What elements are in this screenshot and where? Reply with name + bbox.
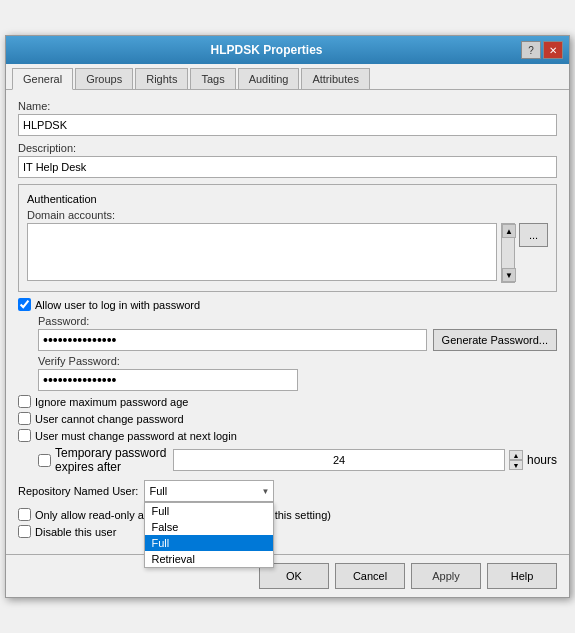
name-input[interactable]	[18, 114, 557, 136]
spinner-buttons: ▲ ▼	[509, 450, 523, 470]
apply-button[interactable]: Apply	[411, 563, 481, 589]
title-bar: HLPDSK Properties ? ✕	[6, 36, 569, 64]
spin-down-button[interactable]: ▼	[509, 460, 523, 470]
cancel-button[interactable]: Cancel	[335, 563, 405, 589]
temp-expires-input[interactable]	[173, 449, 505, 471]
tab-tags[interactable]: Tags	[190, 68, 235, 89]
named-user-dropdown-list: Full False Full Retrieval	[144, 502, 274, 568]
help-footer-button[interactable]: Help	[487, 563, 557, 589]
named-user-label: Repository Named User:	[18, 485, 138, 497]
ignore-max-age-row: Ignore maximum password age	[18, 395, 557, 408]
must-change-checkbox[interactable]	[18, 429, 31, 442]
verify-label: Verify Password:	[38, 355, 557, 367]
named-user-row: Repository Named User: Full ▼ Full False…	[18, 480, 557, 502]
scroll-up-arrow[interactable]: ▲	[502, 224, 516, 238]
ignore-max-age-checkbox[interactable]	[18, 395, 31, 408]
help-button[interactable]: ?	[521, 41, 541, 59]
ignore-max-age-label: Ignore maximum password age	[35, 396, 188, 408]
read-only-checkbox[interactable]	[18, 508, 31, 521]
read-only-row: Only allow read-only access (Manager byp…	[18, 508, 557, 521]
temp-expires-unit: hours	[527, 453, 557, 467]
dropdown-option-full-1[interactable]: Full	[145, 503, 273, 519]
named-user-dropdown[interactable]: Full ▼	[144, 480, 274, 502]
tab-general[interactable]: General	[12, 68, 73, 90]
temp-expires-label: Temporary password expires after	[55, 446, 169, 474]
named-user-dropdown-container: Full ▼ Full False Full Retrieval	[144, 480, 274, 502]
allow-password-checkbox[interactable]	[18, 298, 31, 311]
password-row: Generate Password...	[38, 329, 557, 351]
dropdown-option-full-2[interactable]: Full	[145, 535, 273, 551]
description-label: Description:	[18, 142, 557, 154]
verify-row: Verify Password:	[38, 355, 557, 391]
tab-rights[interactable]: Rights	[135, 68, 188, 89]
tab-groups[interactable]: Groups	[75, 68, 133, 89]
cannot-change-checkbox[interactable]	[18, 412, 31, 425]
generate-password-button[interactable]: Generate Password...	[433, 329, 557, 351]
description-input[interactable]	[18, 156, 557, 178]
must-change-label: User must change password at next login	[35, 430, 237, 442]
auth-title: Authentication	[27, 193, 548, 205]
must-change-row: User must change password at next login	[18, 429, 557, 442]
close-button[interactable]: ✕	[543, 41, 563, 59]
domain-accounts-area: ▲ ▼ ...	[27, 223, 548, 283]
name-group: Name:	[18, 100, 557, 136]
tab-content: Name: Description: Authentication Domain…	[6, 90, 569, 554]
tab-attributes[interactable]: Attributes	[301, 68, 369, 89]
password-section: Password: Generate Password... Verify Pa…	[38, 315, 557, 391]
password-label: Password:	[38, 315, 557, 327]
allow-password-label: Allow user to log in with password	[35, 299, 200, 311]
domain-accounts-textarea[interactable]	[27, 223, 497, 281]
temp-expires-row: Temporary password expires after ▲ ▼ hou…	[38, 446, 557, 474]
named-user-selected: Full	[149, 485, 167, 497]
window-title: HLPDSK Properties	[12, 43, 521, 57]
tab-auditing[interactable]: Auditing	[238, 68, 300, 89]
verify-input[interactable]	[38, 369, 298, 391]
authentication-section: Authentication Domain accounts: ▲ ▼ ...	[18, 184, 557, 292]
browse-button[interactable]: ...	[519, 223, 548, 247]
disable-user-label: Disable this user	[35, 526, 116, 538]
dropdown-arrow-icon: ▼	[262, 487, 270, 496]
disable-row: Disable this user	[18, 525, 557, 538]
tab-bar: General Groups Rights Tags Auditing Attr…	[6, 64, 569, 90]
scroll-down-arrow[interactable]: ▼	[502, 268, 516, 282]
dropdown-option-retrieval[interactable]: Retrieval	[145, 551, 273, 567]
footer: OK Cancel Apply Help	[6, 554, 569, 597]
password-input[interactable]	[38, 329, 427, 351]
spin-up-button[interactable]: ▲	[509, 450, 523, 460]
cannot-change-row: User cannot change password	[18, 412, 557, 425]
title-bar-buttons: ? ✕	[521, 41, 563, 59]
domain-accounts-label: Domain accounts:	[27, 209, 548, 221]
disable-user-checkbox[interactable]	[18, 525, 31, 538]
dropdown-option-false[interactable]: False	[145, 519, 273, 535]
temp-expires-checkbox[interactable]	[38, 454, 51, 467]
allow-password-row: Allow user to log in with password	[18, 298, 557, 311]
cannot-change-label: User cannot change password	[35, 413, 184, 425]
name-label: Name:	[18, 100, 557, 112]
main-window: HLPDSK Properties ? ✕ General Groups Rig…	[5, 35, 570, 598]
description-group: Description:	[18, 142, 557, 178]
